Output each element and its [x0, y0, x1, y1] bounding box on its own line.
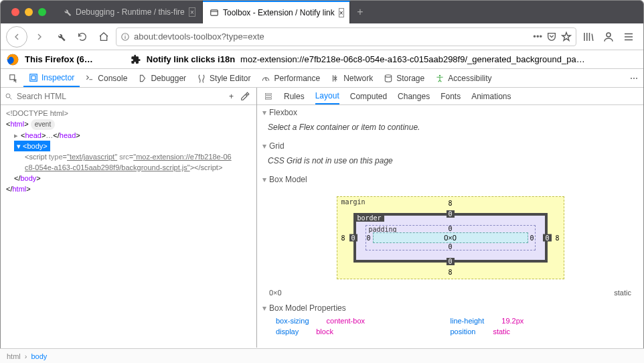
accessibility-icon — [435, 74, 445, 83]
reload-button[interactable] — [73, 27, 92, 46]
devtools-main: + <!DOCTYPE html> <html> event ▸<head>…<… — [1, 88, 643, 348]
url-text: about:devtools-toolbox?type=exte — [134, 31, 529, 42]
wrench-icon — [62, 7, 72, 17]
firefox-target-label: This Firefox (6… — [25, 54, 93, 64]
dom-tree[interactable]: <!DOCTYPE html> <html> event ▸<head>…</h… — [1, 105, 256, 194]
target-info-row: This Firefox (6… Notify link clicks i18n… — [1, 50, 643, 69]
filter-styles-icon[interactable] — [264, 92, 273, 101]
devtools-more-button[interactable]: ⋯ — [625, 74, 643, 83]
flexbox-header[interactable]: ▾Flexbox — [257, 105, 643, 120]
reload-icon — [77, 31, 88, 42]
eyedropper-icon[interactable] — [240, 92, 250, 101]
window-icon — [210, 8, 219, 17]
url-bar[interactable]: about:devtools-toolbox?type=exte ••• — [116, 27, 576, 46]
forward-button[interactable] — [30, 27, 49, 46]
tab-accessibility[interactable]: Accessibility — [430, 69, 497, 87]
pocket-icon[interactable] — [546, 31, 557, 42]
dimensions-row: 0×0 static — [257, 285, 643, 301]
navbar-right-icons — [579, 27, 638, 46]
tab-console[interactable]: Console — [80, 69, 133, 87]
boxmodel-header[interactable]: ▾Box Model — [257, 172, 643, 187]
border-label: border — [355, 214, 384, 222]
doctype: <!DOCTYPE html> — [6, 108, 256, 119]
close-tab-icon[interactable]: × — [339, 8, 344, 17]
menu-button[interactable] — [619, 27, 638, 46]
grid-hint: CSS Grid is not in use on this page — [257, 153, 643, 172]
svg-point-12 — [6, 94, 10, 98]
layout-panel: Rules Layout Computed Changes Fonts Anim… — [257, 88, 643, 348]
account-icon — [602, 31, 615, 43]
svg-point-4 — [125, 34, 125, 35]
network-icon — [331, 74, 340, 83]
svg-rect-14 — [265, 93, 271, 94]
tab-network[interactable]: Network — [325, 69, 378, 87]
selected-node[interactable]: ▾ <body> — [6, 141, 256, 151]
svg-point-5 — [607, 33, 611, 37]
new-tab-button[interactable]: + — [350, 1, 370, 23]
inspector-icon — [29, 73, 38, 82]
box-model-diagram[interactable]: margin 8 8 8 8 border 0 0 0 0 padding 0 … — [257, 187, 643, 285]
subtab-changes[interactable]: Changes — [398, 92, 430, 101]
window-titlebar: Debugging - Runtime / this-fire × Toolbo… — [1, 1, 643, 23]
pick-element-button[interactable] — [3, 69, 23, 87]
back-button[interactable] — [6, 26, 27, 48]
search-input[interactable] — [17, 92, 225, 101]
browser-tabs: Debugging - Runtime / this-fire × Toolbo… — [56, 1, 370, 23]
svg-line-13 — [10, 97, 12, 99]
boxmodel-props: displayblock positionstatic — [257, 326, 643, 337]
close-window-button[interactable] — [11, 8, 19, 16]
account-button[interactable] — [599, 27, 618, 46]
subtab-computed[interactable]: Computed — [350, 92, 387, 101]
breadcrumb-html[interactable]: html — [7, 352, 21, 360]
tab-label: Debugging - Runtime / this-fire — [76, 7, 185, 17]
search-icon — [5, 92, 13, 100]
subtab-fonts[interactable]: Fonts — [440, 92, 461, 101]
content-box[interactable]: 0×0 — [373, 232, 528, 243]
extension-name: Notify link clicks i18n — [147, 54, 235, 64]
tab-style-editor[interactable]: Style Editor — [191, 69, 256, 87]
subtab-animations[interactable]: Animations — [471, 92, 511, 101]
add-node-button[interactable]: + — [229, 92, 234, 101]
subtab-layout[interactable]: Layout — [315, 88, 339, 104]
close-tab-icon[interactable]: × — [189, 7, 195, 17]
debugger-icon — [138, 74, 147, 83]
console-icon — [85, 74, 94, 83]
minimize-window-button[interactable] — [25, 8, 33, 16]
tab-debugger[interactable]: Debugger — [133, 69, 191, 87]
performance-icon — [261, 74, 270, 83]
breadcrumb-bar: html › body — [0, 348, 644, 363]
home-icon — [98, 31, 109, 42]
star-icon[interactable] — [561, 31, 572, 42]
tab-inspector[interactable]: Inspector — [23, 69, 80, 87]
extension-path: moz-extension://e7fb218e-06c8-054e-a163-… — [240, 54, 585, 64]
picker-icon — [9, 74, 18, 83]
tab-performance[interactable]: Performance — [256, 69, 325, 87]
svg-rect-16 — [265, 98, 271, 99]
hamburger-icon — [623, 31, 635, 43]
browser-tab-inactive[interactable]: Debugging - Runtime / this-fire × — [56, 1, 203, 23]
boxmodel-props: box-sizingcontent-box line-height19.2px — [257, 315, 643, 326]
storage-icon — [384, 74, 393, 83]
markup-search-row: + — [1, 88, 256, 105]
grid-header[interactable]: ▾Grid — [257, 139, 643, 153]
svg-rect-0 — [211, 10, 218, 15]
tab-label: Toolbox - Extension / Notify link — [223, 8, 335, 17]
flexbox-hint: Select a Flex container or item to conti… — [257, 120, 643, 139]
event-pill[interactable]: event — [31, 119, 55, 130]
page-actions-icon[interactable]: ••• — [533, 31, 542, 42]
subtab-rules[interactable]: Rules — [284, 92, 305, 101]
wrench-icon — [56, 31, 66, 42]
home-button[interactable] — [94, 27, 113, 46]
maximize-window-button[interactable] — [38, 8, 46, 16]
browser-navbar: about:devtools-toolbox?type=exte ••• — [1, 23, 643, 50]
tab-storage[interactable]: Storage — [378, 69, 430, 87]
devtools-wrench-button[interactable] — [52, 27, 70, 46]
firefox-icon — [6, 53, 19, 66]
boxmodel-props-header[interactable]: ▾Box Model Properties — [257, 301, 643, 315]
extension-icon — [131, 54, 141, 65]
style-icon — [197, 74, 206, 83]
library-button[interactable] — [579, 27, 598, 46]
browser-tab-active[interactable]: Toolbox - Extension / Notify link × — [203, 1, 350, 23]
arrow-right-icon — [34, 31, 45, 42]
breadcrumb-body[interactable]: body — [31, 352, 47, 360]
